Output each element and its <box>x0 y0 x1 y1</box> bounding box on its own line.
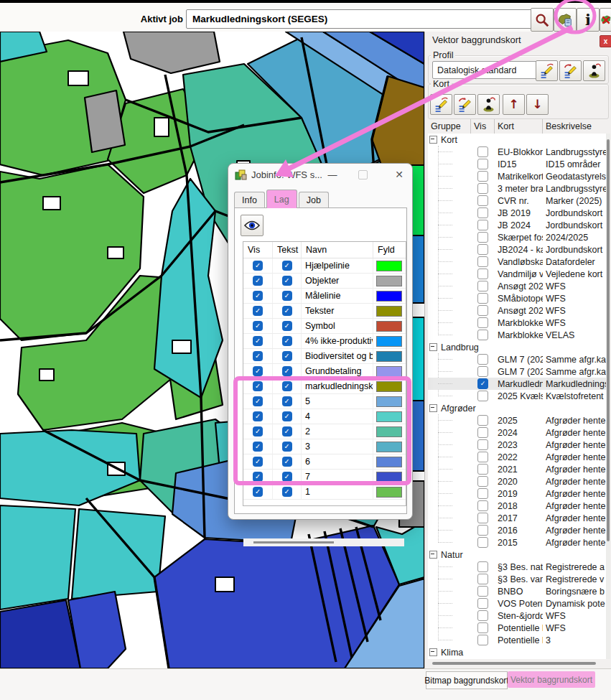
tekst-checkbox[interactable] <box>282 487 292 497</box>
tekst-checkbox[interactable] <box>282 472 292 482</box>
vis-checkbox[interactable] <box>477 500 488 511</box>
dialog-layer-row[interactable]: 4% ikke-produktive <box>243 334 406 349</box>
panel-horizontal-scrollbar[interactable] <box>428 661 607 666</box>
layer-row[interactable]: Ansøgt 2023 WFS <box>428 304 607 317</box>
layer-row[interactable]: 2023 Afgrøder hente <box>428 439 607 451</box>
layer-row[interactable]: SMåbiotoper WFS <box>428 292 607 304</box>
vis-checkbox[interactable] <box>477 244 488 255</box>
vis-checkbox[interactable] <box>477 586 488 597</box>
vis-checkbox[interactable] <box>477 317 488 328</box>
job-info-button[interactable]: i <box>577 8 600 32</box>
dialog-layer-row[interactable]: Biodiversitet og bæ <box>243 349 406 364</box>
layer-row[interactable]: Sten-&jorddig WFS <box>428 610 607 622</box>
search-button[interactable] <box>531 8 554 32</box>
layer-row[interactable]: ID15 ID15 områder <box>428 158 607 170</box>
vis-checkbox[interactable] <box>253 351 263 361</box>
minimize-icon[interactable]: — <box>324 167 341 182</box>
dialog-tab[interactable]: Lag <box>266 190 297 208</box>
layer-group-row[interactable]: Natur <box>428 549 607 561</box>
vis-checkbox[interactable] <box>253 321 263 331</box>
vis-checkbox[interactable] <box>253 457 263 467</box>
fill-color-swatch[interactable] <box>376 306 402 317</box>
fill-color-swatch[interactable] <box>376 487 402 498</box>
close-icon[interactable]: ✕ <box>391 167 408 182</box>
vis-checkbox[interactable] <box>253 426 263 437</box>
layer-row[interactable]: 2022 Afgrøder hente <box>428 451 607 463</box>
fill-color-swatch[interactable] <box>376 396 402 407</box>
layer-row[interactable]: 2024 Afgrøder hente <box>428 426 607 439</box>
tekst-checkbox[interactable] <box>282 321 292 331</box>
tekst-checkbox[interactable] <box>282 306 292 316</box>
layer-row[interactable]: Vandmiljø var Vejledene kort <box>428 268 607 280</box>
layer-row[interactable]: 2025 Kvælsto Kvælstofretent <box>428 390 607 402</box>
vis-checkbox[interactable] <box>477 293 488 304</box>
dialog-layer-row[interactable]: 1 <box>243 485 406 500</box>
bottom-tab[interactable]: Vektor baggrundskort <box>508 671 595 688</box>
fill-color-swatch[interactable] <box>376 381 402 392</box>
vis-checkbox[interactable] <box>477 452 488 462</box>
vis-checkbox[interactable] <box>477 232 488 243</box>
vis-checkbox[interactable] <box>477 256 488 267</box>
move-down-button[interactable]: ↓ <box>526 94 549 115</box>
fill-color-swatch[interactable] <box>376 351 402 362</box>
vis-checkbox[interactable] <box>253 336 263 346</box>
close-job-button[interactable] <box>600 8 611 32</box>
vis-checkbox[interactable] <box>477 610 488 621</box>
active-job-dropdown[interactable]: Markudledningskort (SEGES) <box>186 9 549 29</box>
tekst-checkbox[interactable] <box>282 442 292 452</box>
layer-row[interactable]: CVR nr. Marker (2025) <box>428 195 607 207</box>
fill-color-swatch[interactable] <box>376 336 402 347</box>
panel-vertical-scrollbar[interactable] <box>606 134 610 659</box>
edit-profil-alt-button[interactable] <box>559 60 582 81</box>
collapse-icon[interactable] <box>429 136 437 144</box>
fill-color-swatch[interactable] <box>376 366 402 377</box>
edit-kort-alt-button[interactable] <box>454 94 476 115</box>
fill-color-swatch[interactable] <box>376 426 402 437</box>
layer-row[interactable]: §3 Bes. vandl Registrerede v <box>428 573 607 585</box>
vis-checkbox[interactable] <box>253 261 263 271</box>
dialog-layer-row[interactable]: 2 <box>243 424 406 439</box>
vis-checkbox[interactable] <box>477 464 488 475</box>
layer-row[interactable]: §3 Bes. natur Registrerede a <box>428 561 607 573</box>
dialog-layer-row[interactable]: 3 <box>243 439 406 454</box>
vis-checkbox[interactable] <box>477 330 488 340</box>
layer-group-row[interactable]: Afgrøder <box>428 402 607 414</box>
vis-checkbox[interactable] <box>477 439 488 450</box>
fill-color-swatch[interactable] <box>376 457 402 467</box>
collapse-icon[interactable] <box>429 648 437 656</box>
dialog-layer-row[interactable]: Grundbetaling <box>243 364 406 379</box>
layer-row[interactable]: Skærpet fosf 2024/2025 <box>428 231 607 243</box>
layer-row[interactable]: 2018 Afgrøder hente <box>428 500 607 512</box>
vis-checkbox[interactable] <box>477 415 488 426</box>
dialog-layer-row[interactable]: Hjælpelinie <box>243 258 406 274</box>
vis-checkbox[interactable] <box>477 476 488 487</box>
tekst-checkbox[interactable] <box>282 366 292 376</box>
layer-row[interactable]: Ansøgt 2025 WFS <box>428 280 607 292</box>
layer-row[interactable]: EU-Blokkort 2 Landbrugsstyre <box>428 146 607 158</box>
collapse-icon[interactable] <box>429 404 437 412</box>
vis-checkbox[interactable] <box>253 291 263 301</box>
vis-checkbox[interactable] <box>477 513 488 523</box>
vis-checkbox[interactable] <box>477 427 488 438</box>
dialog-layer-row[interactable]: Symbol <box>243 319 406 334</box>
dialog-layer-row[interactable]: Målelinie <box>243 289 406 304</box>
tekst-checkbox[interactable] <box>282 457 292 467</box>
fill-color-swatch[interactable] <box>376 442 402 452</box>
vis-checkbox[interactable] <box>477 146 488 157</box>
vis-checkbox[interactable] <box>477 574 488 584</box>
layer-row[interactable]: 2017 Afgrøder hente <box>428 512 607 524</box>
layer-row[interactable]: GLM 7 (2026) Samme afgr.ka <box>428 353 607 365</box>
tekst-checkbox[interactable] <box>282 336 292 346</box>
layer-row[interactable]: Markblokke 20 VELAS <box>428 329 607 341</box>
layer-row[interactable]: JB 2024 Jordbundskort <box>428 219 607 231</box>
layer-row[interactable]: Markudlednin Markudlednings <box>428 378 607 390</box>
layer-row[interactable]: Markblokke 20 WFS <box>428 317 607 329</box>
fill-color-swatch[interactable] <box>376 472 402 482</box>
vis-checkbox[interactable] <box>477 354 488 365</box>
profil-user-button[interactable] <box>583 60 605 81</box>
layer-tree[interactable]: Kort EU-Blokkort 2 Landbrugsstyre ID15 I… <box>428 134 607 659</box>
layer-group-row[interactable]: Klima <box>428 646 607 658</box>
vis-checkbox[interactable] <box>253 306 263 316</box>
scrollbar-thumb[interactable] <box>432 662 596 665</box>
vis-checkbox[interactable] <box>477 159 488 169</box>
